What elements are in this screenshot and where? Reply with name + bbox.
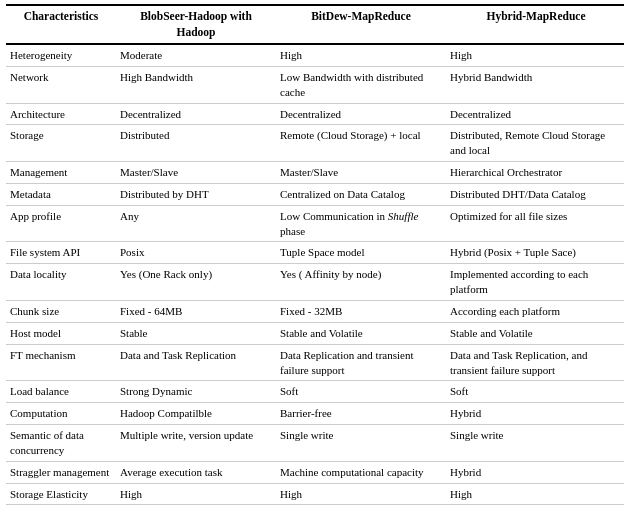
cell-hybrid: Single write	[446, 425, 624, 462]
cell-characteristic: Load balance	[6, 381, 116, 403]
cell-bitdew: Soft	[276, 381, 446, 403]
table-row: Straggler managementAverage execution ta…	[6, 461, 624, 483]
cell-bitdew: Centralized on Data Catalog	[276, 183, 446, 205]
cell-blobseer: Average execution task	[116, 461, 276, 483]
cell-blobseer: High	[116, 483, 276, 505]
cell-characteristic: Architecture	[6, 103, 116, 125]
cell-characteristic: Semantic of data concurrency	[6, 425, 116, 462]
cell-bitdew: Low Bandwidth with distributed cache	[276, 66, 446, 103]
cell-characteristic: Host model	[6, 322, 116, 344]
table-row: StorageDistributedRemote (Cloud Storage)…	[6, 125, 624, 162]
table-row: FT mechanismData and Task ReplicationDat…	[6, 344, 624, 381]
cell-characteristic: App profile	[6, 205, 116, 242]
cell-characteristic: Storage	[6, 125, 116, 162]
cell-bitdew: Data Replication and transient failure s…	[276, 344, 446, 381]
cell-hybrid: According each platform	[446, 301, 624, 323]
cell-characteristic: Straggler management	[6, 461, 116, 483]
cell-bitdew: Restrict	[276, 505, 446, 511]
table-row: Data localityYes (One Rack only)Yes ( Af…	[6, 264, 624, 301]
cell-bitdew: High	[276, 44, 446, 66]
cell-hybrid: Implemented according to each platform	[446, 264, 624, 301]
cell-hybrid: Hierarchical Orchestrator	[446, 162, 624, 184]
cell-hybrid: Decentralized	[446, 103, 624, 125]
table-row: Chunk sizeFixed - 64MBFixed - 32MBAccord…	[6, 301, 624, 323]
cell-hybrid: Hybrid	[446, 403, 624, 425]
cell-hybrid: Stable and Volatile	[446, 322, 624, 344]
cell-blobseer: Fixed - 64MB	[116, 301, 276, 323]
cell-hybrid: High	[446, 483, 624, 505]
cell-bitdew: Yes ( Affinity by node)	[276, 264, 446, 301]
table-header-row: Characteristics BlobSeer-Hadoop with Had…	[6, 5, 624, 44]
cell-blobseer: Data and Task Replication	[116, 344, 276, 381]
cell-characteristic: FT mechanism	[6, 344, 116, 381]
cell-bitdew: Decentralized	[276, 103, 446, 125]
cell-blobseer: Decentralized	[116, 103, 276, 125]
header-bitdew: BitDew-MapReduce	[276, 5, 446, 44]
cell-characteristic: Metadata	[6, 183, 116, 205]
cell-characteristic: Management	[6, 162, 116, 184]
cell-bitdew: High	[276, 483, 446, 505]
cell-hybrid: Hybrid	[446, 461, 624, 483]
cell-hybrid: Data and Task Replication, and transient…	[446, 344, 624, 381]
cell-bitdew: Remote (Cloud Storage) + local	[276, 125, 446, 162]
cell-characteristic: Network	[6, 66, 116, 103]
cell-bitdew: Fixed - 32MB	[276, 301, 446, 323]
cell-hybrid: High	[446, 44, 624, 66]
cell-hybrid: Hybrid Bandwidth	[446, 66, 624, 103]
cell-characteristic: Chunk size	[6, 301, 116, 323]
cell-blobseer: More Compliance (Limited)	[116, 505, 276, 511]
table-row: MapReduce SemanticMore Compliance (Limit…	[6, 505, 624, 511]
cell-bitdew: Stable and Volatile	[276, 322, 446, 344]
cell-characteristic: Computation	[6, 403, 116, 425]
comparison-table: Characteristics BlobSeer-Hadoop with Had…	[6, 4, 624, 511]
cell-hybrid: Optimized for all file sizes	[446, 205, 624, 242]
cell-bitdew: Barrier-free	[276, 403, 446, 425]
cell-hybrid: Distributed, Remote Cloud Storage and lo…	[446, 125, 624, 162]
cell-hybrid: Soft	[446, 381, 624, 403]
cell-bitdew: Master/Slave	[276, 162, 446, 184]
cell-blobseer: Master/Slave	[116, 162, 276, 184]
cell-blobseer: Distributed	[116, 125, 276, 162]
cell-bitdew: Tuple Space model	[276, 242, 446, 264]
table-row: ComputationHadoop CompatilbleBarrier-fre…	[6, 403, 624, 425]
cell-blobseer: Strong Dynamic	[116, 381, 276, 403]
cell-bitdew: Machine computational capacity	[276, 461, 446, 483]
cell-blobseer: Yes (One Rack only)	[116, 264, 276, 301]
cell-blobseer: Moderate	[116, 44, 276, 66]
cell-hybrid: Restrict	[446, 505, 624, 511]
table-row: NetworkHigh BandwidthLow Bandwidth with …	[6, 66, 624, 103]
table-row: ManagementMaster/SlaveMaster/SlaveHierar…	[6, 162, 624, 184]
cell-hybrid: Hybrid (Posix + Tuple Sace)	[446, 242, 624, 264]
cell-hybrid: Distributed DHT/Data Catalog	[446, 183, 624, 205]
header-blobseer: BlobSeer-Hadoop with Hadoop	[116, 5, 276, 44]
table-row: Storage ElasticityHighHighHigh	[6, 483, 624, 505]
cell-bitdew: Single write	[276, 425, 446, 462]
cell-characteristic: Data locality	[6, 264, 116, 301]
table-row: File system APIPosixTuple Space modelHyb…	[6, 242, 624, 264]
header-hybrid: Hybrid-MapReduce	[446, 5, 624, 44]
table-row: ArchitectureDecentralizedDecentralizedDe…	[6, 103, 624, 125]
table-row: Host modelStableStable and VolatileStabl…	[6, 322, 624, 344]
header-characteristics: Characteristics	[6, 5, 116, 44]
cell-blobseer: Distributed by DHT	[116, 183, 276, 205]
cell-characteristic: MapReduce Semantic	[6, 505, 116, 511]
cell-blobseer: Stable	[116, 322, 276, 344]
cell-blobseer: Hadoop Compatilble	[116, 403, 276, 425]
cell-bitdew: Low Communication in Shuffle phase	[276, 205, 446, 242]
table-row: MetadataDistributed by DHTCentralized on…	[6, 183, 624, 205]
cell-blobseer: Any	[116, 205, 276, 242]
table-row: App profileAnyLow Communication in Shuff…	[6, 205, 624, 242]
table-row: Semantic of data concurrencyMultiple wri…	[6, 425, 624, 462]
cell-characteristic: Storage Elasticity	[6, 483, 116, 505]
cell-blobseer: Multiple write, version update	[116, 425, 276, 462]
table-row: Load balanceStrong DynamicSoftSoft	[6, 381, 624, 403]
table-row: HeterogeneityModerateHighHigh	[6, 44, 624, 66]
cell-blobseer: High Bandwidth	[116, 66, 276, 103]
cell-blobseer: Posix	[116, 242, 276, 264]
comparison-table-container: Characteristics BlobSeer-Hadoop with Had…	[0, 0, 624, 511]
cell-characteristic: Heterogeneity	[6, 44, 116, 66]
cell-characteristic: File system API	[6, 242, 116, 264]
